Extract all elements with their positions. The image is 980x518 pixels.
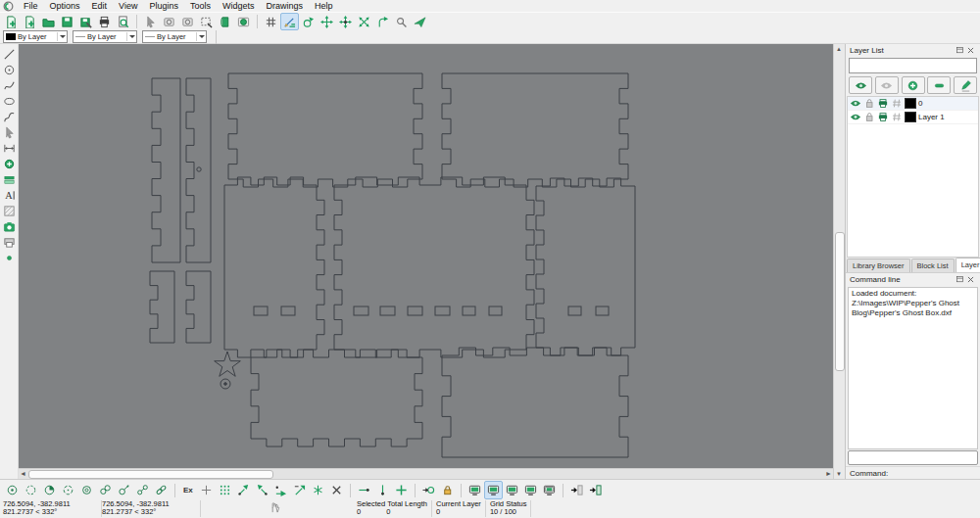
- layer-color-swatch[interactable]: [905, 112, 916, 122]
- open-drawing-button[interactable]: [39, 13, 58, 30]
- layer-print-icon[interactable]: [877, 98, 889, 110]
- dock-area-left-toggle[interactable]: [466, 481, 484, 499]
- new-drawing-button[interactable]: [2, 13, 21, 30]
- toggle-grid-button[interactable]: [262, 13, 280, 30]
- snap-distance-button[interactable]: [115, 481, 133, 499]
- command-focus-button[interactable]: [586, 481, 605, 499]
- snap-angle-c-button[interactable]: [271, 481, 290, 499]
- zoom-window-button[interactable]: [197, 13, 216, 30]
- add-layer-button[interactable]: [902, 76, 925, 94]
- modify-layer-button[interactable]: [954, 76, 977, 94]
- menu-tools[interactable]: Tools: [184, 0, 217, 12]
- restrict-vertical-button[interactable]: [373, 481, 392, 499]
- snap-middle-button[interactable]: [96, 481, 115, 499]
- keycode-mode-button[interactable]: [567, 481, 586, 499]
- remove-layer-button[interactable]: [927, 76, 951, 94]
- layer-row[interactable]: 0: [848, 97, 978, 111]
- exclusive-snap-button[interactable]: Ex: [179, 481, 197, 499]
- dock-area-top-toggle[interactable]: [503, 481, 521, 499]
- curve-tool[interactable]: [1, 77, 17, 93]
- show-all-layers-button[interactable]: [849, 76, 872, 94]
- chevron-down-icon[interactable]: [196, 32, 206, 41]
- circular-arrow-button[interactable]: [299, 13, 318, 30]
- float-panel-button[interactable]: [955, 274, 965, 285]
- new-from-template-button[interactable]: [21, 13, 39, 30]
- lock-relative-zero-button[interactable]: [438, 481, 457, 499]
- grid-points-button[interactable]: [216, 481, 234, 499]
- snap-asterisk-button[interactable]: [309, 481, 327, 499]
- scroll-right-arrow-icon[interactable]: ►: [824, 469, 833, 478]
- set-relative-zero-button[interactable]: [419, 481, 438, 499]
- dimension-tool[interactable]: [1, 140, 17, 156]
- line-tool[interactable]: [1, 46, 17, 62]
- chevron-down-icon[interactable]: [126, 32, 136, 41]
- menu-file[interactable]: File: [18, 0, 44, 12]
- menu-widgets[interactable]: Widgets: [217, 0, 261, 12]
- menu-help[interactable]: Help: [309, 0, 339, 12]
- color-combo[interactable]: By Layer: [3, 30, 68, 43]
- snap-angle-d-button[interactable]: [290, 481, 309, 499]
- snap-intersection-button[interactable]: [133, 481, 152, 499]
- tab-layer-list[interactable]: Layer List: [956, 258, 980, 272]
- snap-angle-a-button[interactable]: [234, 481, 253, 499]
- linetype-combo[interactable]: By Layer: [142, 30, 207, 43]
- circle-tool[interactable]: [1, 62, 17, 77]
- move-arrows-button[interactable]: [318, 13, 336, 30]
- restrict-free-button[interactable]: [392, 481, 411, 499]
- green-plane-button[interactable]: [411, 13, 429, 30]
- layer-construction-icon[interactable]: [891, 112, 903, 123]
- restrict-horizontal-button[interactable]: [355, 481, 373, 499]
- info-measure-tool[interactable]: [1, 171, 17, 187]
- canvas-vertical-scrollbar[interactable]: ▲ ▼: [833, 44, 845, 479]
- layer-print-icon[interactable]: [877, 112, 889, 123]
- move-arrows-dot-button[interactable]: [336, 13, 355, 30]
- dock-area-floating-toggle[interactable]: [540, 481, 559, 499]
- select-tool[interactable]: [1, 124, 17, 140]
- scroll-down-arrow-icon[interactable]: ▼: [834, 469, 844, 479]
- scroll-up-arrow-icon[interactable]: ▲: [834, 44, 844, 54]
- dock-area-bottom-toggle[interactable]: [521, 481, 540, 499]
- snap-grid-button[interactable]: [22, 481, 40, 499]
- hide-all-layers-button[interactable]: [875, 76, 899, 94]
- layer-filter-input[interactable]: [849, 58, 977, 73]
- toggle-draft-mode-button[interactable]: [280, 13, 299, 30]
- snap-entity-button[interactable]: [59, 481, 77, 499]
- snap-free-button[interactable]: [3, 481, 22, 499]
- save-button[interactable]: [58, 13, 76, 30]
- drawing-canvas[interactable]: [19, 44, 833, 468]
- layer-visible-icon[interactable]: [850, 98, 861, 110]
- snap-center-button[interactable]: [77, 481, 96, 499]
- dock-area-right-toggle[interactable]: [484, 481, 503, 499]
- chevron-down-icon[interactable]: [57, 32, 67, 41]
- text-tool[interactable]: A: [1, 187, 17, 203]
- menu-plugins[interactable]: Plugins: [143, 0, 184, 12]
- print-preview-tool[interactable]: [1, 234, 17, 250]
- float-panel-button[interactable]: [955, 45, 965, 56]
- save-as-button[interactable]: [76, 13, 95, 30]
- layer-lock-icon[interactable]: [863, 98, 875, 110]
- layer-construction-icon[interactable]: [891, 98, 903, 110]
- point-tool[interactable]: [1, 250, 17, 265]
- select-pointer-button[interactable]: [141, 13, 160, 30]
- ellipse-tool[interactable]: [1, 93, 17, 109]
- layer-visible-icon[interactable]: [850, 112, 861, 123]
- previous-view-button[interactable]: [216, 13, 234, 30]
- canvas-horizontal-scrollbar[interactable]: ◄ ►: [19, 468, 833, 479]
- hatch-tool[interactable]: [1, 203, 17, 218]
- close-panel-button[interactable]: [965, 45, 976, 56]
- menu-options[interactable]: Options: [44, 0, 86, 12]
- menu-drawings[interactable]: Drawings: [260, 0, 309, 12]
- snap-intersection-manual-button[interactable]: [152, 481, 171, 499]
- restrict-nothing-button[interactable]: [197, 481, 216, 499]
- clear-snap-button[interactable]: [327, 481, 346, 499]
- print-preview-button[interactable]: [114, 13, 132, 30]
- zoom-auto-button[interactable]: [234, 13, 253, 30]
- image-tool[interactable]: [1, 218, 17, 234]
- tab-block-list[interactable]: Block List: [911, 259, 955, 272]
- x-arrows-button[interactable]: [355, 13, 373, 30]
- undo-button[interactable]: [160, 13, 178, 30]
- command-input[interactable]: [848, 450, 978, 465]
- modify-tool[interactable]: [1, 156, 17, 171]
- tab-library-browser[interactable]: Library Browser: [847, 259, 910, 272]
- menu-edit[interactable]: Edit: [86, 0, 114, 12]
